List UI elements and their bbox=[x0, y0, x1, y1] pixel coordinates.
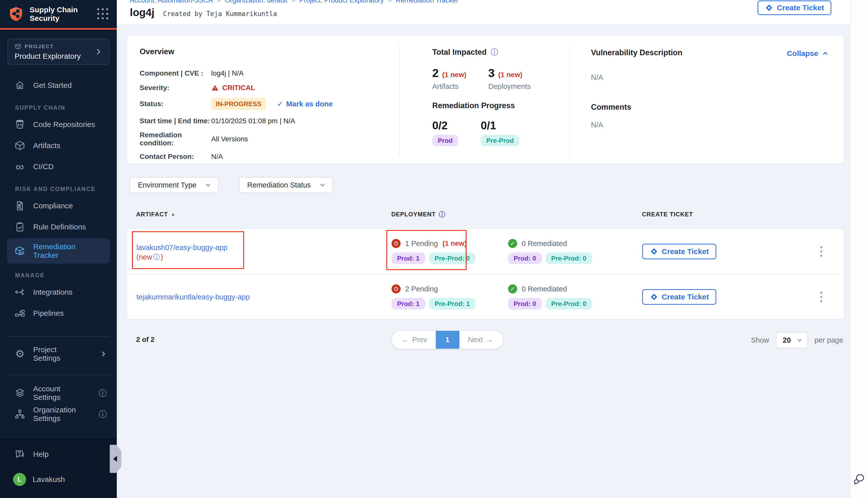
environment-type-filter[interactable]: Environment Type bbox=[130, 177, 219, 193]
app-switcher-icon[interactable] bbox=[97, 8, 109, 20]
artifact-link[interactable]: tejakummarikuntla/easy-buggy-app bbox=[137, 293, 250, 301]
info-icon[interactable]: ⓘ bbox=[99, 410, 107, 418]
info-icon[interactable]: ⓘ bbox=[99, 389, 107, 397]
clipboard-check-icon bbox=[14, 221, 26, 233]
overview-heading: Overview bbox=[140, 47, 391, 56]
info-icon[interactable]: ⓘ bbox=[491, 49, 498, 56]
vulnerability-description-value: N/A bbox=[591, 73, 829, 82]
artifacts-label: Artifacts bbox=[432, 82, 488, 91]
sidebar-item-cicd[interactable]: ∞ CI/CD bbox=[0, 156, 117, 177]
pending-count: 1 Pending bbox=[405, 239, 438, 248]
column-header-artifact[interactable]: ARTIFACT ▲ bbox=[136, 211, 391, 218]
remediation-tracker-icon bbox=[14, 245, 26, 257]
page-size-select[interactable]: 20 bbox=[776, 332, 808, 348]
sidebar-item-compliance[interactable]: Compliance bbox=[0, 195, 117, 217]
scrollbar-track[interactable] bbox=[850, 0, 868, 498]
create-ticket-button-row[interactable]: Create Ticket bbox=[642, 244, 716, 259]
deployments-label: Deployments bbox=[488, 82, 544, 91]
breadcrumb-project-link[interactable]: Project: Product Exploratory bbox=[299, 0, 384, 4]
prod-badge: Prod: 0 bbox=[508, 298, 542, 310]
row-menu-kebab-icon[interactable] bbox=[816, 292, 826, 302]
component-cve-value: log4j | N/A bbox=[211, 69, 244, 77]
arrow-right-icon: → bbox=[486, 336, 493, 344]
page-number-button[interactable]: 1 bbox=[436, 331, 459, 349]
sidebar-item-label: Compliance bbox=[33, 201, 73, 210]
pagination-summary: 2 of 2 bbox=[136, 336, 154, 344]
sidebar-item-label: Integrations bbox=[33, 288, 73, 297]
chevron-up-icon bbox=[822, 50, 829, 57]
comments-value: N/A bbox=[591, 121, 829, 129]
row-menu-kebab-icon[interactable] bbox=[816, 246, 826, 257]
breadcrumb-account-link[interactable]: Account: Automation-SSCA bbox=[130, 0, 213, 4]
artifact-link[interactable]: lavakush07/easy-buggy-app bbox=[137, 244, 228, 251]
preprod-badge: Pre-Prod: 0 bbox=[546, 298, 592, 310]
sidebar-footer: Help L Lavakush bbox=[0, 439, 117, 498]
sidebar-collapse-handle[interactable] bbox=[110, 445, 121, 473]
sidebar-item-code-repositories[interactable]: Code Repositories bbox=[0, 114, 117, 135]
breadcrumb-remediation-tracker-link[interactable]: Remediation Tracker bbox=[396, 0, 458, 4]
table-header-row: ARTIFACT ▲ DEPLOYMENT ⓘ CREATE TICKET bbox=[136, 211, 834, 218]
comments-heading: Comments bbox=[591, 103, 829, 112]
sidebar-item-get-started[interactable]: Get Started bbox=[0, 75, 117, 96]
project-selector[interactable]: PROJECT Product Exploratory bbox=[8, 39, 109, 65]
preprod-badge: Pre-Prod bbox=[481, 135, 519, 146]
artifacts-cube-icon bbox=[14, 140, 26, 152]
prev-page-button[interactable]: ← Prev bbox=[392, 331, 436, 349]
time-label: Start time | End time: bbox=[140, 117, 211, 125]
sidebar-section-manage: MANAGE bbox=[15, 269, 117, 281]
sidebar-item-pipelines[interactable]: Pipelines bbox=[0, 303, 117, 324]
cube-icon bbox=[15, 43, 22, 50]
app-logo-header: Supply Chain Security bbox=[0, 0, 117, 30]
info-icon[interactable]: ⓘ bbox=[153, 254, 160, 260]
deployment-cell: 2 Pending Prod: 1 Pre-Prod: 1 bbox=[391, 284, 508, 310]
card-divider bbox=[399, 45, 400, 156]
artifacts-new-count: (1 new) bbox=[442, 71, 466, 79]
sidebar-item-account-settings[interactable]: Account Settings ⓘ bbox=[0, 382, 117, 404]
prod-badge: Prod: 1 bbox=[391, 298, 425, 310]
chat-support-icon[interactable] bbox=[852, 472, 866, 486]
ticket-diamond-icon bbox=[765, 3, 773, 12]
chevron-right-icon bbox=[100, 350, 107, 357]
app-title: Supply Chain Security bbox=[30, 5, 92, 23]
sidebar-item-project-settings[interactable]: ⚙ Project Settings bbox=[0, 343, 117, 365]
collapse-button[interactable]: Collapse bbox=[787, 49, 829, 58]
sidebar-item-label: Pipelines bbox=[33, 309, 64, 317]
remediation-condition-label: Remediation condition: bbox=[140, 131, 211, 147]
preprod-progress: 0/1 Pre-Prod bbox=[481, 119, 529, 146]
sidebar-item-label: Rule Definitions bbox=[33, 223, 86, 231]
sort-ascending-icon[interactable]: ▲ bbox=[171, 212, 176, 217]
pending-new-count: (1 new) bbox=[442, 239, 467, 248]
page-size-control: Show 20 per page bbox=[751, 332, 843, 348]
home-icon bbox=[14, 80, 26, 91]
sidebar-item-artifacts[interactable]: Artifacts bbox=[0, 135, 117, 156]
pending-icon bbox=[391, 284, 401, 293]
pagination-control: ← Prev 1 Next → bbox=[392, 331, 503, 349]
sidebar-item-rule-definitions[interactable]: Rule Definitions bbox=[0, 217, 117, 237]
info-icon[interactable]: ⓘ bbox=[439, 211, 445, 218]
create-ticket-button-row[interactable]: Create Ticket bbox=[642, 289, 716, 305]
breadcrumb-organization-link[interactable]: Organization: default bbox=[225, 0, 287, 4]
remediation-status-filter[interactable]: Remediation Status bbox=[239, 177, 333, 193]
sidebar-item-label: Remediation Tracker bbox=[33, 243, 100, 260]
arrow-left-icon: ← bbox=[402, 336, 409, 344]
component-cve-label: Component | CVE : bbox=[140, 69, 211, 77]
pending-count: 2 Pending bbox=[405, 285, 438, 293]
sidebar-item-help[interactable]: Help bbox=[0, 446, 117, 462]
sidebar-item-remediation-tracker[interactable]: Remediation Tracker bbox=[7, 238, 110, 264]
create-ticket-button-header[interactable]: Create Ticket bbox=[757, 0, 831, 15]
preprod-badge: Pre-Prod: 0 bbox=[546, 252, 592, 264]
user-menu[interactable]: L Lavakush bbox=[0, 473, 117, 486]
collapse-arrow-icon bbox=[113, 456, 117, 462]
sidebar-item-organization-settings[interactable]: Organization Settings ⓘ bbox=[0, 404, 117, 425]
sidebar-item-label: Get Started bbox=[33, 81, 72, 90]
gear-icon: ⚙ bbox=[14, 348, 26, 360]
mark-as-done-button[interactable]: ✓ Mark as done bbox=[277, 100, 333, 108]
next-page-button[interactable]: Next → bbox=[459, 331, 503, 349]
breadcrumb-separator: > bbox=[217, 0, 221, 4]
breadcrumb-separator: > bbox=[388, 0, 392, 4]
sidebar-item-label: CI/CD bbox=[33, 162, 54, 171]
sidebar-item-integrations[interactable]: Integrations bbox=[0, 281, 117, 303]
pending-icon bbox=[391, 239, 401, 248]
per-page-label: per page bbox=[815, 336, 843, 344]
remediated-check-icon: ✓ bbox=[508, 284, 517, 293]
